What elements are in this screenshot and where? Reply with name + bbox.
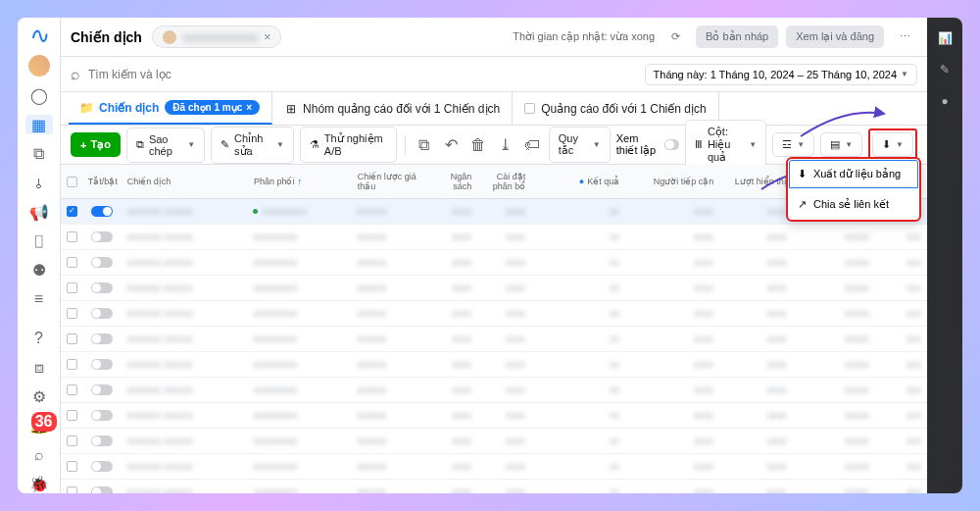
breakdown-button[interactable]: ☲▼ bbox=[772, 132, 814, 157]
row-checkbox[interactable] bbox=[67, 257, 77, 268]
row-checkbox[interactable] bbox=[67, 333, 77, 344]
help-icon[interactable]: ? bbox=[25, 329, 53, 348]
table-row[interactable]: xxxxxxx xxxxxx xxxxxxxxx xxxxxx xxxx xxx… bbox=[61, 225, 927, 250]
row-toggle[interactable] bbox=[91, 206, 113, 217]
reports-button[interactable]: ▤▼ bbox=[820, 132, 862, 157]
table-row[interactable]: xxxxxxx xxxxxx xxxxxxxxx xxxxxx xxxx xxx… bbox=[61, 301, 927, 327]
columns-icon: Ⅲ bbox=[695, 138, 703, 151]
col-attr[interactable]: Cài đặt phân bổ bbox=[477, 165, 531, 199]
home-icon[interactable]: ◯ bbox=[25, 86, 53, 106]
rules-button[interactable]: Quy tắc▼ bbox=[549, 127, 611, 163]
row-toggle[interactable] bbox=[91, 384, 113, 395]
row-toggle[interactable] bbox=[91, 308, 113, 319]
export-menu-button[interactable]: ⬇▼ bbox=[872, 132, 913, 157]
bug-icon[interactable]: 🐞 bbox=[25, 474, 53, 493]
col-campaign[interactable]: Chiến dịch bbox=[122, 165, 248, 199]
col-reach[interactable]: Người tiếp cận bbox=[625, 165, 719, 199]
copy-icon[interactable]: ⧉ bbox=[25, 144, 53, 164]
row-checkbox[interactable] bbox=[67, 461, 77, 472]
row-toggle[interactable] bbox=[91, 333, 113, 344]
tab-campaigns[interactable]: 📁 Chiến dịch Đã chọn 1 mục× bbox=[69, 92, 272, 125]
row-toggle[interactable] bbox=[91, 359, 113, 370]
row-checkbox[interactable] bbox=[67, 410, 77, 421]
table-row[interactable]: xxxxxxx xxxxxx xxxxxxxxx xxxxxx xxxx xxx… bbox=[61, 429, 927, 454]
library-icon[interactable]: ⧈ bbox=[25, 358, 53, 378]
table-row[interactable]: xxxxxxx xxxxxx xxxxxxxxx xxxxxx xxxx xxx… bbox=[61, 480, 927, 493]
share-link-item[interactable]: ↗Chia sẻ liên kết bbox=[788, 189, 919, 220]
close-icon[interactable]: × bbox=[264, 29, 271, 44]
row-checkbox[interactable] bbox=[67, 206, 77, 217]
card-icon[interactable]: ⌷ bbox=[25, 231, 53, 251]
abtest-button[interactable]: ⚗Thử nghiệm A/B bbox=[300, 127, 397, 163]
columns-button[interactable]: ⅢCột: Hiệu quả▼ bbox=[685, 120, 766, 170]
col-bid[interactable]: Chiến lược giá thầu bbox=[352, 165, 424, 199]
create-button[interactable]: + Tạo bbox=[71, 132, 121, 157]
avatar-icon[interactable] bbox=[25, 55, 53, 77]
settings-icon[interactable]: ⚙ bbox=[25, 386, 53, 406]
row-toggle[interactable] bbox=[91, 435, 113, 446]
row-toggle[interactable] bbox=[91, 486, 113, 493]
table-row[interactable]: xxxxxxx xxxxxx xxxxxxxxx xxxxxx xxxx xxx… bbox=[61, 352, 927, 378]
row-checkbox[interactable] bbox=[67, 359, 77, 370]
table-row[interactable]: xxxxxxx xxxxxx xxxxxxxxx xxxxxx xxxx xxx… bbox=[61, 276, 927, 301]
notifications-icon[interactable]: 🔔36 bbox=[25, 416, 53, 435]
copy-icon: ⧉ bbox=[136, 138, 144, 151]
row-checkbox[interactable] bbox=[67, 282, 77, 293]
col-delivery[interactable]: Phân phối ↑ bbox=[248, 165, 352, 199]
select-all-checkbox[interactable] bbox=[67, 177, 77, 187]
more-actions-icon[interactable]: ⧉ bbox=[414, 132, 435, 158]
chart-icon[interactable]: ⫰ bbox=[25, 174, 53, 193]
review-publish-button[interactable]: Xem lại và đăng bbox=[786, 26, 884, 48]
search-sidebar-icon[interactable]: ⌕ bbox=[25, 445, 53, 465]
view-setup-toggle[interactable] bbox=[664, 139, 679, 150]
row-toggle[interactable] bbox=[91, 231, 113, 242]
filter-icon: ☲ bbox=[782, 138, 792, 151]
table-row[interactable]: xxxxxxx xxxxxx xxxxxxxxx xxxxxx xxxx xxx… bbox=[61, 250, 927, 276]
discard-draft-button[interactable]: Bỏ bản nháp bbox=[696, 26, 778, 48]
more-icon[interactable]: ⋯ bbox=[892, 25, 917, 50]
searchbar: ⌕ Tháng này: 1 Tháng 10, 2024 – 25 Tháng… bbox=[61, 57, 927, 92]
row-toggle[interactable] bbox=[91, 257, 113, 268]
selected-chip[interactable]: Đã chọn 1 mục× bbox=[165, 100, 260, 115]
tab-adsets[interactable]: ⊞ Nhóm quảng cáo đối với 1 Chiến dịch bbox=[272, 92, 513, 125]
chart-panel-icon[interactable]: 📊 bbox=[934, 27, 956, 49]
search-input[interactable] bbox=[88, 68, 637, 81]
menu-icon[interactable]: ≡ bbox=[25, 289, 53, 309]
table-row[interactable]: xxxxxxx xxxxxx xxxxxxxxx xxxxxx xxxx xxx… bbox=[61, 378, 927, 403]
export-table-item[interactable]: ⬇Xuất dữ liệu bảng bbox=[788, 159, 919, 189]
row-checkbox[interactable] bbox=[67, 308, 77, 319]
date-range-selector[interactable]: Tháng này: 1 Tháng 10, 2024 – 25 Tháng 1… bbox=[645, 64, 917, 85]
people-icon[interactable]: ⚉ bbox=[25, 261, 53, 281]
col-results[interactable]: ●Kết quả bbox=[531, 165, 625, 199]
edit-panel-icon[interactable]: ✎ bbox=[934, 59, 956, 80]
row-checkbox[interactable] bbox=[67, 435, 77, 446]
delete-icon[interactable]: 🗑 bbox=[467, 132, 489, 158]
account-pill[interactable]: xxxxxxxxxxxxxx× bbox=[152, 26, 282, 48]
tag-icon[interactable]: 🏷 bbox=[521, 132, 543, 158]
row-checkbox[interactable] bbox=[67, 231, 77, 242]
export-icon[interactable]: ⤓ bbox=[495, 132, 516, 158]
update-time-label: Thời gian cập nhật: vừa xong bbox=[513, 30, 655, 43]
undo-icon[interactable]: ↶ bbox=[440, 132, 462, 158]
col-budget[interactable]: Ngân sách bbox=[423, 165, 477, 199]
meta-logo-icon[interactable] bbox=[25, 26, 53, 45]
row-toggle[interactable] bbox=[91, 282, 113, 293]
duplicate-button[interactable]: ⧉Sao chép▼ bbox=[126, 128, 205, 163]
col-toggle[interactable]: Tắt/bật bbox=[84, 165, 122, 199]
megaphone-icon[interactable]: 📢 bbox=[25, 202, 53, 222]
row-checkbox[interactable] bbox=[67, 486, 77, 493]
row-toggle[interactable] bbox=[91, 461, 113, 472]
refresh-icon[interactable]: ⟳ bbox=[662, 25, 688, 50]
grid-icon[interactable]: ▦ bbox=[25, 115, 53, 134]
table-row[interactable]: xxxxxxx xxxxxx xxxxxxxxx xxxxxx xxxx xxx… bbox=[61, 327, 927, 352]
row-toggle[interactable] bbox=[91, 410, 113, 421]
col-impressions[interactable]: Lượt hiển thị bbox=[719, 165, 793, 199]
row-checkbox[interactable] bbox=[67, 384, 77, 395]
table-row[interactable]: xxxxxxx xxxxxx xxxxxxxxx xxxxxx xxxx xxx… bbox=[61, 403, 927, 429]
edit-button[interactable]: ✎Chỉnh sửa▼ bbox=[211, 127, 294, 164]
folder-icon: 📁 bbox=[80, 101, 93, 114]
report-icon: ▤ bbox=[830, 138, 840, 151]
table-row[interactable]: xxxxxxx xxxxxx xxxxxxxxx xxxxxx xxxx xxx… bbox=[61, 454, 927, 480]
history-panel-icon[interactable]: ● bbox=[934, 90, 956, 112]
close-icon[interactable]: × bbox=[246, 102, 252, 113]
